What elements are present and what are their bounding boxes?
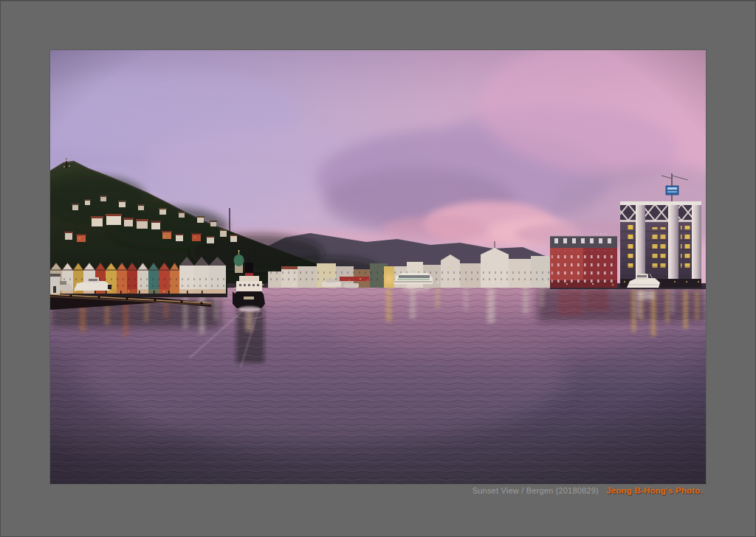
caption-credit: Jeong B-Hong's Photo.: [606, 486, 703, 495]
photo-frame: Sunset View / Bergen (20180829) Jeong B-…: [0, 0, 756, 537]
vignette: [50, 50, 706, 484]
photograph: [50, 50, 706, 484]
caption: Sunset View / Bergen (20180829) Jeong B-…: [472, 485, 703, 496]
caption-title: Sunset View / Bergen (20180829): [472, 486, 599, 495]
bergen-sunset-photo: [50, 50, 706, 484]
